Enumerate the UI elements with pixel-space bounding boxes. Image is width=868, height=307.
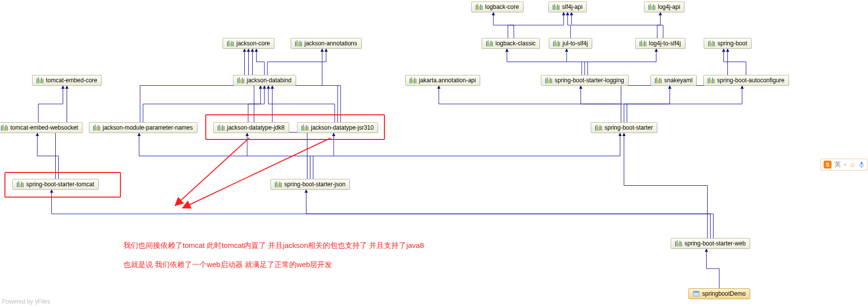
- node-logbackcore[interactable]: logback-core: [471, 1, 524, 12]
- svg-rect-90: [302, 126, 302, 131]
- node-sbstweb[interactable]: spring-boot-starter-web: [671, 238, 750, 249]
- node-sbdemo[interactable]: springbootDemo: [688, 288, 750, 299]
- annotation-line1: 我们也间接依赖了tomcat 此时tomcat内置了 并且jackson相关的包…: [123, 236, 424, 255]
- node-label: spring-boot: [717, 40, 747, 47]
- svg-rect-37: [230, 42, 231, 46]
- svg-rect-47: [39, 79, 40, 83]
- edge-sbstarter-jakarta: [439, 86, 627, 122]
- svg-rect-44: [301, 42, 302, 46]
- svg-rect-77: [4, 127, 5, 131]
- node-sbstjson[interactable]: spring-boot-starter-json: [270, 179, 350, 190]
- node-label: springbootDemo: [702, 290, 746, 297]
- svg-rect-12: [651, 6, 652, 10]
- svg-rect-43: [300, 41, 301, 46]
- svg-rect-89: [224, 126, 225, 131]
- svg-rect-57: [413, 79, 414, 83]
- edge-sbdemo-sbstweb: [707, 249, 719, 288]
- ime-mic-icon: [859, 161, 865, 168]
- node-jacksondb[interactable]: jackson-databind: [233, 75, 296, 86]
- svg-rect-67: [658, 79, 659, 83]
- svg-rect-87: [221, 127, 222, 131]
- node-label: log4j-to-slf4j: [649, 40, 681, 47]
- svg-rect-25: [640, 41, 641, 46]
- svg-rect-50: [237, 78, 238, 83]
- svg-rect-107: [278, 183, 279, 187]
- svg-rect-8: [557, 4, 558, 10]
- node-jultoslf4j[interactable]: jul-to-slf4j: [549, 38, 592, 49]
- edge-jultoslf4j-slf4japi: [567, 12, 570, 38]
- svg-rect-33: [713, 41, 714, 46]
- svg-rect-117: [861, 162, 863, 165]
- node-sbsttomcat[interactable]: spring-boot-starter-tomcat: [12, 179, 99, 190]
- ime-smile-icon: ☺: [849, 161, 856, 169]
- node-label: jackson-datatype-jdk8: [227, 124, 285, 131]
- ime-lang: 英: [834, 160, 841, 169]
- svg-rect-4: [482, 5, 483, 10]
- node-log4japi[interactable]: log4j-api: [644, 1, 684, 12]
- svg-rect-75: [1, 126, 2, 131]
- node-label: logback-classic: [495, 40, 535, 47]
- node-label: spring-boot-starter-web: [684, 240, 746, 247]
- svg-rect-52: [240, 79, 241, 83]
- node-label: jul-to-slf4j: [563, 40, 588, 47]
- node-log4jtoslf4j[interactable]: log4j-to-slf4j: [635, 38, 685, 49]
- svg-rect-102: [20, 183, 21, 187]
- node-label: jackson-module-parameter-names: [103, 124, 193, 131]
- svg-rect-104: [23, 183, 24, 187]
- node-jdtjdk8[interactable]: jackson-datatype-jdk8: [213, 122, 289, 133]
- node-jacksonannot[interactable]: jackson-annotations: [291, 38, 362, 49]
- edge-log4jtoslf4j-slf4japi: [571, 12, 663, 38]
- edge-sbstweb-sbstarter: [624, 133, 708, 238]
- svg-rect-1: [477, 4, 478, 10]
- edge-sbstarter-sbstartlog: [581, 86, 621, 122]
- node-jmodparam[interactable]: jackson-module-parameter-names: [89, 122, 197, 133]
- svg-rect-109: [281, 183, 282, 187]
- svg-rect-5: [553, 5, 554, 10]
- node-slf4japi[interactable]: slf4j-api: [548, 1, 587, 12]
- svg-rect-70: [708, 78, 709, 83]
- node-jakarta[interactable]: jakarta.annotation-api: [405, 75, 480, 86]
- svg-rect-48: [41, 78, 42, 83]
- svg-rect-96: [597, 125, 598, 131]
- svg-rect-95: [595, 126, 596, 131]
- svg-rect-80: [93, 126, 94, 131]
- node-tcwebsocket[interactable]: tomcat-embed-websocket: [0, 122, 82, 133]
- node-jdtjsr310[interactable]: jackson-datatype-jsr310: [297, 122, 378, 133]
- node-logbackclassic[interactable]: logback-classic: [482, 38, 540, 49]
- svg-rect-45: [37, 78, 38, 83]
- node-tomcatcore[interactable]: tomcat-embed-core: [32, 75, 102, 86]
- node-springboot[interactable]: spring-boot: [704, 38, 752, 49]
- edge-jdtjdk8-jacksondb: [248, 86, 264, 122]
- node-label: jackson-core: [236, 40, 270, 47]
- svg-rect-29: [645, 42, 646, 46]
- svg-rect-19: [492, 42, 493, 46]
- node-label: spring-boot-starter-logging: [555, 77, 624, 84]
- node-sbstartlog[interactable]: spring-boot-starter-logging: [541, 75, 629, 86]
- node-snakeyaml[interactable]: snakeyaml: [650, 75, 697, 86]
- svg-rect-101: [18, 181, 19, 187]
- node-jacksoncore[interactable]: jackson-core: [223, 38, 274, 49]
- edge-sbstartlog-jultoslf4j: [566, 49, 588, 75]
- svg-rect-105: [275, 182, 276, 187]
- node-label: tomcat-embed-websocket: [10, 124, 78, 131]
- edge-sbstjson-jdtjsr310: [313, 133, 334, 179]
- node-sbstarter[interactable]: spring-boot-starter: [591, 122, 657, 133]
- node-sbautoconf[interactable]: spring-boot-autoconfigure: [703, 75, 789, 86]
- svg-rect-60: [545, 78, 546, 83]
- svg-rect-68: [659, 78, 660, 83]
- svg-rect-106: [276, 181, 277, 187]
- edge-sbstweb-sbsttomcat: [52, 190, 711, 238]
- node-label: slf4j-api: [562, 3, 582, 10]
- svg-rect-49: [42, 79, 43, 83]
- svg-rect-66: [656, 77, 657, 83]
- edge-sbstjson-sbstarter: [310, 133, 620, 179]
- ime-brand-icon: S: [824, 161, 831, 169]
- svg-rect-22: [556, 42, 557, 46]
- svg-rect-63: [550, 78, 551, 83]
- svg-rect-58: [414, 78, 415, 83]
- svg-rect-88: [222, 125, 223, 131]
- svg-rect-36: [228, 40, 229, 46]
- edge-sbstarter-snakeyaml: [624, 86, 670, 122]
- svg-rect-55: [410, 78, 411, 83]
- edge-jmodparam-jacksondb: [143, 86, 261, 122]
